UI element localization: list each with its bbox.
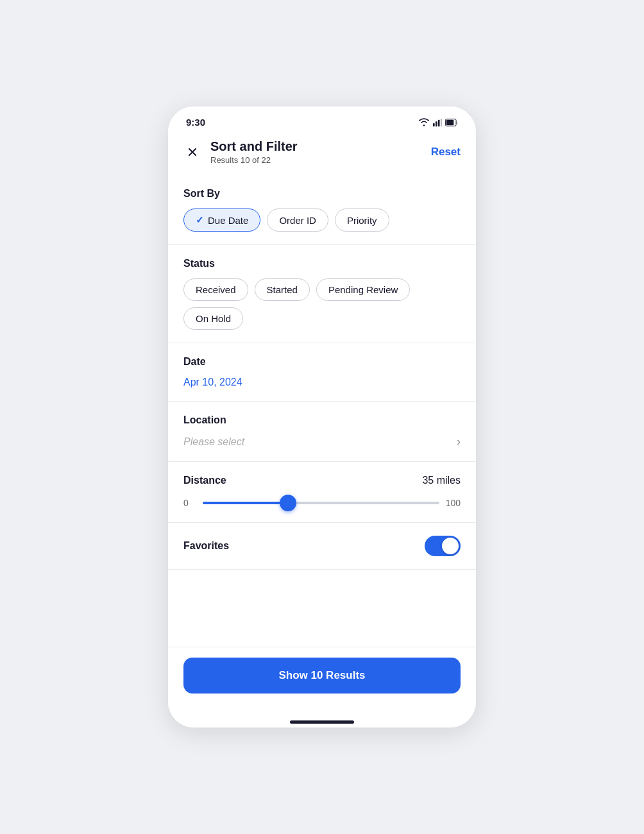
header: Sort and Filter Results 10 of 22 Reset bbox=[168, 133, 476, 175]
chip-order-id-label: Order ID bbox=[279, 215, 316, 226]
chip-on-hold[interactable]: On Hold bbox=[183, 307, 243, 330]
date-section: Date Apr 10, 2024 bbox=[168, 343, 476, 402]
distance-value: 35 miles bbox=[422, 475, 461, 486]
svg-rect-3 bbox=[441, 118, 442, 126]
status-section: Status Received Started Pending Review O… bbox=[168, 245, 476, 343]
header-left: Sort and Filter Results 10 of 22 bbox=[183, 139, 298, 165]
home-indicator bbox=[168, 714, 476, 728]
favorites-label: Favorites bbox=[183, 540, 229, 552]
chip-pending-review-label: Pending Review bbox=[328, 284, 398, 295]
chip-order-id[interactable]: Order ID bbox=[267, 208, 328, 232]
signal-icon bbox=[433, 118, 442, 127]
distance-min-label: 0 bbox=[183, 498, 196, 508]
distance-slider[interactable] bbox=[203, 497, 439, 509]
status-chips: Received Started Pending Review On Hold bbox=[183, 278, 461, 330]
location-selector[interactable]: Please select › bbox=[183, 435, 461, 448]
status-label: Status bbox=[183, 258, 461, 269]
slider-wrapper bbox=[203, 497, 439, 509]
favorites-section: Favorites bbox=[168, 523, 476, 570]
close-button[interactable] bbox=[183, 143, 201, 161]
footer: Show 10 Results bbox=[168, 647, 476, 714]
chip-due-date-label: Due Date bbox=[208, 215, 248, 226]
distance-max-label: 100 bbox=[446, 498, 461, 508]
svg-rect-0 bbox=[433, 123, 435, 126]
phone-container: 9:30 bbox=[168, 106, 476, 728]
chip-priority-label: Priority bbox=[347, 215, 377, 226]
svg-rect-5 bbox=[446, 119, 454, 124]
header-title-group: Sort and Filter Results 10 of 22 bbox=[210, 139, 298, 165]
location-section: Location Please select › bbox=[168, 402, 476, 462]
reset-button[interactable]: Reset bbox=[431, 146, 461, 158]
status-bar: 9:30 bbox=[168, 106, 476, 133]
chip-on-hold-label: On Hold bbox=[196, 313, 231, 324]
favorites-row: Favorites bbox=[183, 536, 461, 556]
distance-slider-container: 0 100 bbox=[183, 497, 461, 509]
header-subtitle: Results 10 of 22 bbox=[210, 155, 298, 165]
chip-received-label: Received bbox=[196, 284, 236, 295]
distance-header: Distance 35 miles bbox=[183, 475, 461, 486]
spacer bbox=[168, 570, 476, 647]
chip-started[interactable]: Started bbox=[255, 278, 310, 301]
home-bar bbox=[290, 720, 354, 724]
sort-by-section: Sort By ✓ Due Date Order ID Priority bbox=[168, 175, 476, 245]
header-title: Sort and Filter bbox=[210, 139, 298, 154]
favorites-toggle[interactable] bbox=[425, 536, 461, 556]
svg-rect-2 bbox=[438, 119, 440, 126]
svg-rect-1 bbox=[436, 121, 437, 126]
toggle-knob bbox=[442, 538, 459, 554]
chip-received[interactable]: Received bbox=[183, 278, 248, 301]
chip-priority[interactable]: Priority bbox=[335, 208, 389, 232]
distance-section: Distance 35 miles 0 100 bbox=[168, 462, 476, 523]
chip-started-label: Started bbox=[267, 284, 298, 295]
battery-icon bbox=[445, 118, 458, 127]
location-placeholder: Please select bbox=[183, 436, 244, 448]
show-results-button[interactable]: Show 10 Results bbox=[183, 658, 461, 694]
status-icons bbox=[418, 118, 458, 127]
status-time: 9:30 bbox=[186, 117, 205, 128]
date-label: Date bbox=[183, 356, 461, 368]
chip-due-date[interactable]: ✓ Due Date bbox=[183, 208, 260, 232]
chip-pending-review[interactable]: Pending Review bbox=[316, 278, 410, 301]
date-value[interactable]: Apr 10, 2024 bbox=[183, 377, 461, 388]
location-label: Location bbox=[183, 414, 461, 426]
chevron-right-icon: › bbox=[457, 435, 461, 448]
wifi-icon bbox=[418, 118, 430, 127]
content-area: Sort By ✓ Due Date Order ID Priority Sta… bbox=[168, 175, 476, 647]
distance-label: Distance bbox=[183, 475, 226, 486]
check-icon: ✓ bbox=[196, 214, 204, 226]
sort-by-chips: ✓ Due Date Order ID Priority bbox=[183, 208, 461, 232]
close-icon bbox=[186, 146, 199, 158]
sort-by-label: Sort By bbox=[183, 188, 461, 200]
